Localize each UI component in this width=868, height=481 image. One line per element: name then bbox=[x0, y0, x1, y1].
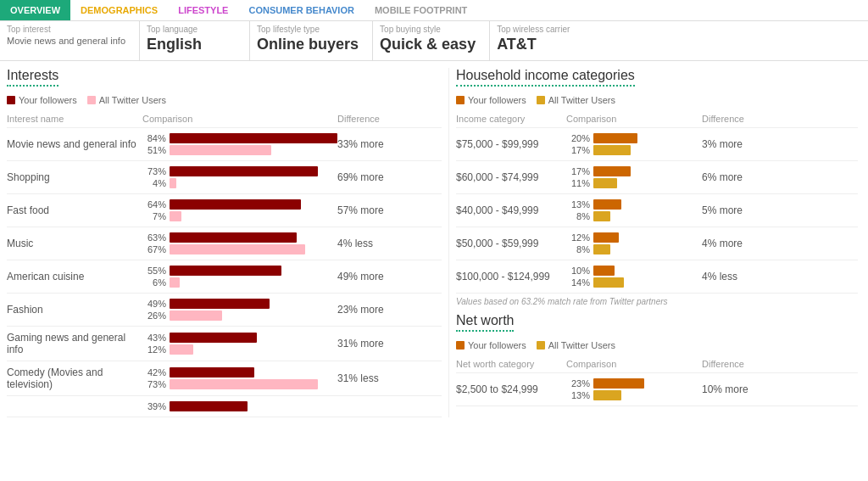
interest-pct1: 42% bbox=[142, 367, 166, 378]
income-disclaimer: Values based on 63.2% match rate from Tw… bbox=[456, 297, 858, 306]
interest-bar1 bbox=[170, 401, 248, 411]
overview-lifestyle-label: Top lifestyle type bbox=[257, 25, 359, 34]
overview-language-label: Top language bbox=[147, 25, 236, 34]
interest-row-bars: 84% 51% bbox=[142, 133, 337, 155]
income-col-name: Income category bbox=[456, 114, 566, 124]
interest-bar2 bbox=[170, 344, 193, 355]
income-bar2 bbox=[593, 178, 617, 188]
networth-col-name: Net worth category bbox=[456, 359, 566, 369]
interest-row-bars: 64% 7% bbox=[142, 199, 337, 221]
col-header-difference: Difference bbox=[337, 114, 439, 124]
income-row-bars: 12% 8% bbox=[566, 232, 702, 254]
income-legend-all: All Twitter Users bbox=[537, 95, 615, 105]
overview-carrier-value: AT&T bbox=[497, 36, 587, 53]
interest-pct1: 63% bbox=[142, 232, 166, 243]
networth-all-dot bbox=[537, 341, 545, 350]
income-rows: $75,000 - $99,999 20% 17% 3% more $60,00… bbox=[456, 128, 858, 294]
networth-col-comparison: Comparison bbox=[566, 359, 702, 369]
income-row-name: $75,000 - $99,999 bbox=[456, 138, 566, 150]
interest-pct2: 26% bbox=[142, 310, 166, 321]
household-income-legend: Your followers All Twitter Users bbox=[456, 95, 858, 105]
income-row-name: $40,000 - $49,999 bbox=[456, 204, 566, 216]
tab-mobile-footprint[interactable]: MOBILE FOOTPRINT bbox=[364, 0, 477, 20]
income-bar2 bbox=[593, 244, 610, 254]
income-row: $60,000 - $74,999 17% 11% 6% more bbox=[456, 161, 858, 194]
income-row: $75,000 - $99,999 20% 17% 3% more bbox=[456, 128, 858, 161]
interest-row-diff: 31% less bbox=[337, 372, 439, 384]
right-panel: Household income categories Your followe… bbox=[449, 68, 865, 417]
networth-pct1: 23% bbox=[566, 378, 590, 389]
interest-row-bars: 42% 73% bbox=[142, 367, 337, 389]
income-pct2: 14% bbox=[566, 277, 590, 288]
interest-pct1: 84% bbox=[142, 133, 166, 143]
interest-row-diff: 31% more bbox=[337, 338, 439, 350]
tab-overview[interactable]: OVERVIEW bbox=[0, 0, 70, 20]
household-income-section: Household income categories Your followe… bbox=[456, 68, 858, 306]
interest-bar2 bbox=[170, 277, 180, 288]
overview-lifestyle-value: Online buyers bbox=[257, 36, 359, 53]
interest-pct2: 51% bbox=[142, 145, 166, 155]
income-col-difference: Difference bbox=[702, 114, 787, 124]
interest-row-bars: 73% 4% bbox=[142, 166, 337, 188]
legend-all-users-label: All Twitter Users bbox=[99, 95, 166, 105]
interest-row-bars: 63% 67% bbox=[142, 232, 337, 254]
interest-row-bars: 43% 12% bbox=[142, 333, 337, 355]
overview-interest: Top interest Movie news and general info bbox=[0, 21, 140, 60]
overview-bar: Top interest Movie news and general info… bbox=[0, 21, 868, 61]
interest-row-diff: 69% more bbox=[337, 171, 439, 183]
income-table-header: Income category Comparison Difference bbox=[456, 110, 858, 128]
networth-legend-all-label: All Twitter Users bbox=[548, 340, 615, 350]
interest-pct2: 67% bbox=[142, 244, 166, 254]
interests-legend: Your followers All Twitter Users bbox=[7, 95, 442, 105]
interest-row-name: Movie news and general info bbox=[7, 138, 142, 150]
interest-row-bars: 49% 26% bbox=[142, 299, 337, 321]
interest-pct1: 64% bbox=[142, 199, 166, 210]
legend-followers-label: Your followers bbox=[19, 95, 77, 105]
income-row-diff: 4% more bbox=[702, 238, 787, 249]
interest-bar2 bbox=[170, 178, 176, 188]
income-pct2: 17% bbox=[566, 145, 590, 155]
interest-row: Fast food 64% 7% 57% more bbox=[7, 194, 442, 227]
income-pct1: 12% bbox=[566, 232, 590, 243]
income-pct2: 8% bbox=[566, 211, 590, 221]
main-content: Interests Your followers All Twitter Use… bbox=[0, 61, 868, 424]
tab-consumer-behavior[interactable]: CONSUMER BEHAVIOR bbox=[238, 0, 364, 20]
income-row: $50,000 - $59,999 12% 8% 4% more bbox=[456, 227, 858, 260]
income-row-bars: 17% 11% bbox=[566, 166, 702, 188]
interest-row-name: Music bbox=[7, 238, 142, 249]
income-legend-followers: Your followers bbox=[456, 95, 526, 105]
networth-bar1 bbox=[593, 378, 644, 389]
interest-row-diff: 33% more bbox=[337, 138, 439, 150]
income-pct2: 11% bbox=[566, 178, 590, 188]
interest-row: Music 63% 67% 4% less bbox=[7, 227, 442, 260]
income-row-diff: 3% more bbox=[702, 138, 787, 150]
networth-legend-followers: Your followers bbox=[456, 340, 526, 350]
interest-row-diff: 49% more bbox=[337, 271, 439, 282]
interest-bar1 bbox=[170, 166, 318, 176]
income-legend-followers-label: Your followers bbox=[468, 95, 526, 105]
overview-language-value: English bbox=[147, 36, 236, 53]
income-col-comparison: Comparison bbox=[566, 114, 702, 124]
legend-all-users: All Twitter Users bbox=[87, 95, 166, 105]
interest-row: American cuisine 55% 6% 49% more bbox=[7, 260, 442, 294]
tab-demographics[interactable]: DEMOGRAPHICS bbox=[70, 0, 168, 20]
income-row: $40,000 - $49,999 13% 8% 5% more bbox=[456, 194, 858, 227]
household-income-title: Household income categories bbox=[456, 68, 635, 87]
top-tabs: OVERVIEW DEMOGRAPHICS LIFESTYLE CONSUMER… bbox=[0, 0, 868, 21]
tab-lifestyle[interactable]: LIFESTYLE bbox=[168, 0, 238, 20]
interest-bar1 bbox=[170, 367, 254, 378]
col-header-name: Interest name bbox=[7, 114, 142, 124]
interest-bar2 bbox=[170, 145, 271, 155]
interest-row: Gaming news and general info 43% 12% 31%… bbox=[7, 327, 442, 361]
overview-buying: Top buying style Quick & easy bbox=[373, 21, 490, 60]
interest-row: Fashion 49% 26% 23% more bbox=[7, 294, 442, 327]
income-bar2 bbox=[593, 145, 631, 155]
interest-bar1 bbox=[170, 266, 281, 276]
net-worth-legend: Your followers All Twitter Users bbox=[456, 340, 858, 350]
income-followers-dot bbox=[456, 96, 465, 104]
income-bar1 bbox=[593, 266, 615, 276]
income-bar1 bbox=[593, 133, 637, 143]
networth-bar2 bbox=[593, 390, 621, 400]
income-bar1 bbox=[593, 232, 619, 243]
income-row-diff: 6% more bbox=[702, 171, 787, 183]
